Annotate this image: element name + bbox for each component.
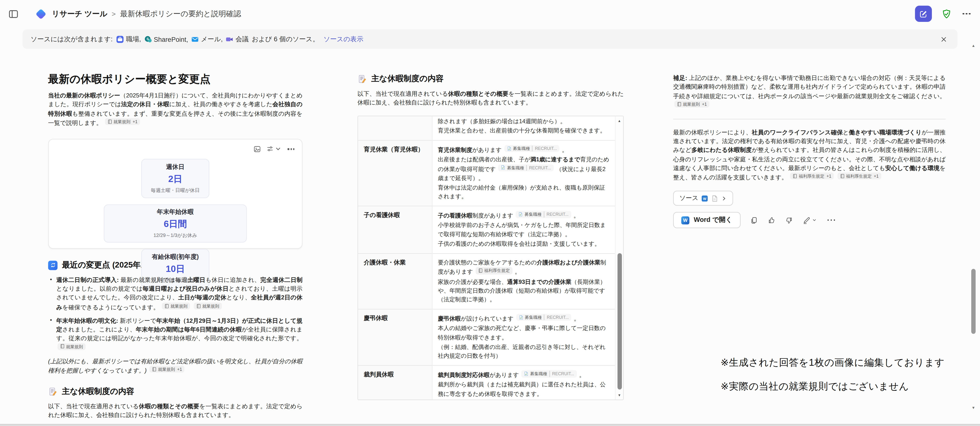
page-icon xyxy=(507,146,511,151)
systems-intro: 以下、当社で現在適用されている休暇の種類とその概要を一覧表にまとめます。法定で定… xyxy=(48,402,302,420)
source-icon: S xyxy=(144,35,151,43)
copy-icon[interactable] xyxy=(750,216,758,224)
citation-chip[interactable]: 募集職種RECRUIT... xyxy=(498,164,554,171)
scroll-down-icon[interactable]: ▼ xyxy=(970,406,977,410)
stat-value: 10日 xyxy=(166,263,185,275)
leave-desc-cell: 裁判員制度対応休暇があります 募集職種RECRUIT... 。裁判所から裁判員（… xyxy=(432,366,615,400)
citation-chip[interactable]: 就業規則+1 xyxy=(674,101,710,108)
vacation-summary-card: 週休日 2日 毎週土曜・日曜が休日 年末年始休暇 6日間 12/29～1/3がお… xyxy=(48,139,302,249)
leave-type-cell: 子の看護休暇 xyxy=(358,206,432,254)
stat-label: 年末年始休暇 xyxy=(157,208,194,216)
pen-icon xyxy=(802,216,810,224)
sync-icon xyxy=(48,261,57,270)
breadcrumb-separator: > xyxy=(112,10,116,18)
source-name: SharePoint, xyxy=(154,35,188,43)
sources-banner: ソースには次が含まれます: 職場, S SharePoint, メール, 会議 … xyxy=(22,29,958,49)
supplement-paragraph: 補足: 上記のほか、業務上やむを得ない事情で勤務日に出勤できない場合の対応（例：… xyxy=(673,74,946,110)
citation-chip[interactable]: 募集職種RECRUIT... xyxy=(516,314,571,321)
citation-chip[interactable]: 就業規則 xyxy=(57,343,85,350)
thumbs-down-icon[interactable] xyxy=(785,216,793,224)
summary-column: 最新の休暇ポリシー概要と変更点 当社の最新の休暇ポリシー（2025年4月1日施行… xyxy=(48,72,302,420)
intro-paragraph: 当社の最新の休暇ポリシー（2025年4月1日施行）について、全社員向けにわかりや… xyxy=(48,91,302,128)
image-icon[interactable] xyxy=(253,145,261,153)
stat-note: 毎週土曜・日曜が休日 xyxy=(151,187,200,194)
scrollbar-thumb[interactable] xyxy=(971,269,976,334)
source-icon xyxy=(191,35,199,43)
page-icon xyxy=(524,372,529,376)
source-item: 職場, xyxy=(116,35,141,43)
stat-label: 有給休暇(初年度) xyxy=(152,253,199,261)
display-options-button[interactable] xyxy=(267,145,282,153)
citation-chip[interactable]: 募集職種RECRUIT... xyxy=(516,211,571,218)
more-icon[interactable] xyxy=(826,217,837,223)
document-icon xyxy=(164,303,169,308)
leave-desc-cell: 子の看護休暇制度があります 募集職種RECRUIT... 。小学校就学前のお子さ… xyxy=(432,206,615,254)
scroll-up-icon[interactable]: ▲ xyxy=(970,44,977,47)
document-icon xyxy=(60,344,64,349)
document-icon xyxy=(676,102,681,106)
memo-pencil-icon xyxy=(358,74,367,84)
word-icon: W xyxy=(681,216,689,224)
document-icon xyxy=(840,174,845,179)
article-title: 最新の休暇ポリシー概要と変更点 xyxy=(48,72,302,86)
sources-button[interactable]: ソース W xyxy=(673,191,733,206)
citation-chip[interactable]: 福利厚生規定+1 xyxy=(837,172,881,180)
sidebar-toggle-icon[interactable] xyxy=(8,8,19,19)
open-in-word-button[interactable]: W Word で開く xyxy=(673,212,740,228)
citation-chip[interactable]: 福利厚生規定 xyxy=(476,267,512,274)
scrollbar-thumb[interactable] xyxy=(617,253,622,389)
stat-label: 週休日 xyxy=(166,163,185,171)
leave-desc-cell: 出産予定日の6週間前から出産後8週間まで、法定どおり勤務を免除されます（多胎妊娠… xyxy=(432,115,615,141)
change-bullet: 週休二日制の正式導入: 最新の就業規則では毎週土曜日も休日に追加され、完全週休二… xyxy=(56,276,303,312)
stat-card: 週休日 2日 毎週土曜・日曜が休日 xyxy=(141,159,209,198)
stat-value: 6日間 xyxy=(164,218,187,230)
page-scrollbar[interactable]: ▲ ▼ xyxy=(970,44,977,410)
systems-section-heading: 主な休暇制度の内容 xyxy=(48,386,302,397)
document-icon xyxy=(792,174,797,179)
table-scrollbar[interactable]: ▲ ▼ xyxy=(615,116,623,399)
open-in-word-label: Word で開く xyxy=(694,216,732,225)
source-item: 会議 xyxy=(226,35,249,43)
citation-chip[interactable]: 就業規則 xyxy=(194,302,222,310)
more-icon[interactable] xyxy=(287,147,295,152)
disclaimer-1: ※生成された回答を1枚の画像に編集しております xyxy=(721,356,945,369)
scroll-down-icon[interactable]: ▼ xyxy=(616,393,623,397)
citation-chip[interactable]: 就業規則+1 xyxy=(149,366,185,373)
systems-section-heading: 主な休暇制度の内容 xyxy=(358,74,624,85)
citation-chip[interactable]: 就業規則+1 xyxy=(105,118,140,125)
leave-type-cell: 慶弔休暇 xyxy=(358,310,432,366)
leave-table-row: 介護休暇・休業 要介護状態のご家族をケアするための介護休暇および介護休業制度があ… xyxy=(358,254,615,310)
note-paragraph: (上記以外にも、最新ポリシーでは有給休暇など法定休暇の扱いを明文化し、社員が自分… xyxy=(48,357,302,375)
app-window: リサーチ ツール > 最新休暇ポリシーの要約と説明確認 ソースには次が含まれます… xyxy=(0,0,980,426)
source-name: 職場, xyxy=(126,35,141,43)
app-name[interactable]: リサーチ ツール xyxy=(52,8,107,19)
leave-type-cell xyxy=(358,115,432,141)
compose-button[interactable] xyxy=(915,6,932,22)
page-icon xyxy=(519,315,523,320)
source-list: 職場, S SharePoint, メール, 会議 xyxy=(116,35,249,43)
word-doc-icon: W xyxy=(702,195,708,202)
rewrite-button[interactable] xyxy=(802,216,816,224)
sources-button-label: ソース xyxy=(679,194,698,203)
stat-grid: 週休日 2日 毎週土曜・日曜が休日 年末年始休暇 6日間 12/29～1/3がお… xyxy=(104,159,247,288)
chevron-down-icon xyxy=(811,218,817,223)
citation-chip[interactable]: 募集職種RECRUIT... xyxy=(504,145,559,152)
leave-table-row: 育児休業（育児休暇） 育児休業制度があります 募集職種RECRUIT... 。出… xyxy=(358,140,615,206)
source-item: メール, xyxy=(191,35,223,43)
thumbs-up-icon[interactable] xyxy=(767,216,775,224)
view-sources-link[interactable]: ソースの表示 xyxy=(323,35,363,43)
leave-table-row: 裁判員休暇 裁判員制度対応休暇があります 募集職種RECRUIT... 。裁判所… xyxy=(358,366,615,400)
memo-pencil-icon xyxy=(48,387,57,396)
disclaimer-2: ※実際の当社の就業規則ではございません xyxy=(721,380,909,393)
citation-chip[interactable]: 福利厚生規定+1 xyxy=(790,172,834,180)
citation-chip[interactable]: 募集職種RECRUIT... xyxy=(521,370,576,377)
banner-prefix: ソースには次が含まれます: xyxy=(30,35,113,43)
more-options-icon[interactable] xyxy=(961,10,972,17)
shield-check-icon[interactable] xyxy=(941,8,952,19)
citation-chip[interactable]: 就業規則 xyxy=(162,302,190,310)
window-bottom-edge xyxy=(0,424,980,426)
scroll-up-icon[interactable]: ▲ xyxy=(616,119,623,122)
close-icon[interactable] xyxy=(938,34,950,45)
response-actions: W Word で開く xyxy=(673,212,946,228)
app-logo-icon xyxy=(35,8,46,19)
